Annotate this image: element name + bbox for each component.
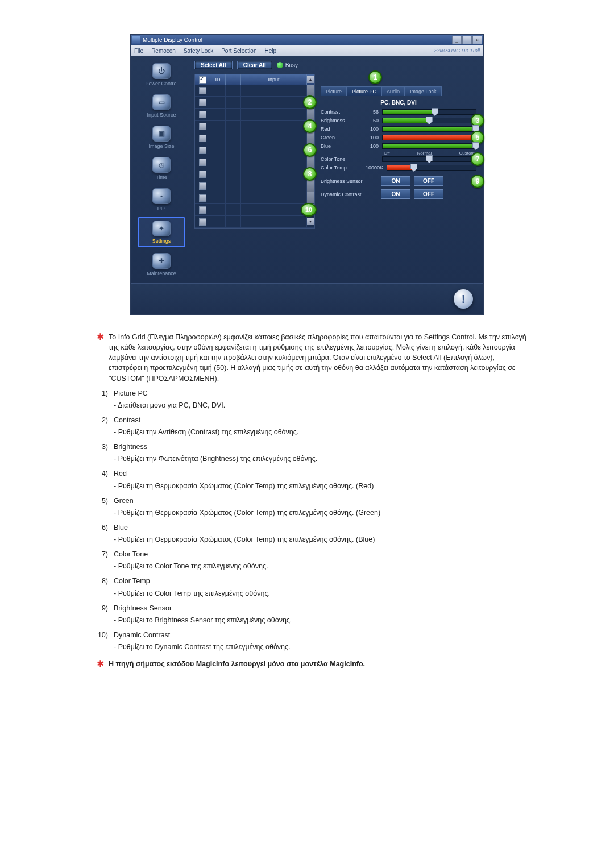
row-checkbox[interactable] — [199, 159, 206, 166]
grid-body: 2 4 6 8 — [195, 85, 314, 228]
slider-value: 56 — [362, 109, 379, 115]
tab-image-lock[interactable]: Image Lock — [405, 86, 442, 96]
row-checkbox[interactable] — [199, 147, 206, 154]
slider-green[interactable]: Green 100 5 — [321, 135, 476, 140]
menu-remocon[interactable]: Remocon — [151, 48, 176, 54]
grid-row[interactable]: 8 — [195, 168, 314, 180]
row-checkbox[interactable] — [199, 123, 206, 130]
menu-file[interactable]: File — [134, 48, 143, 54]
slider-color-temp[interactable]: Color Temp 10000K — [321, 165, 476, 171]
grid-row[interactable]: 2 — [195, 97, 314, 109]
maximize-button[interactable]: □ — [462, 36, 472, 44]
scroll-down-button[interactable]: ▾ — [307, 218, 314, 225]
sidebar: ⏻ Power Control ▭ Input Source ▣ Image S… — [131, 56, 192, 283]
document-body: ✱ Το Info Grid (Πλέγμα Πληροφοριών) εμφα… — [51, 332, 563, 669]
sidebar-item-input-source[interactable]: ▭ Input Source — [139, 92, 184, 120]
menu-port-selection[interactable]: Port Selection — [221, 48, 256, 54]
close-button[interactable]: × — [472, 36, 482, 44]
busy-dot-icon — [277, 62, 283, 68]
sidebar-item-settings[interactable]: ✦ Settings — [138, 217, 185, 247]
slider-track[interactable] — [382, 118, 476, 123]
star-icon: ✱ — [97, 333, 104, 384]
grid-row[interactable] — [195, 109, 314, 121]
dynamic-contrast-on-button[interactable]: ON — [381, 189, 410, 199]
settings-icon: ✦ — [152, 221, 171, 236]
list-desc: - Ρυθμίζει τη Θερμοκρασία Χρώματος (Colo… — [114, 508, 529, 518]
busy-indicator: Busy — [277, 62, 298, 68]
row-checkbox[interactable] — [199, 171, 206, 178]
sidebar-item-power-control[interactable]: ⏻ Power Control — [139, 61, 184, 89]
list-title: Brightness Sensor — [114, 603, 172, 613]
list-desc: - Ρυθμίζει τη Θερμοκρασία Χρώματος (Colo… — [114, 481, 529, 491]
maintenance-icon: ✚ — [152, 253, 171, 269]
row-checkbox[interactable] — [199, 206, 206, 214]
brand-label: SAMSUNG DIGITall — [434, 48, 480, 53]
slider-track[interactable] — [382, 109, 476, 115]
slider-blue[interactable]: Blue 100 — [321, 143, 476, 149]
star-icon: ✱ — [97, 659, 104, 669]
tab-picture-pc[interactable]: Picture PC — [347, 86, 381, 96]
list-desc: - Ρυθμίζει την Αντίθεση (Contrast) της ε… — [114, 427, 529, 437]
list-desc: - Ρυθμίζει τη Θερμοκρασία Χρώματος (Colo… — [114, 534, 529, 545]
slider-track[interactable] — [382, 143, 476, 149]
slider-value: 10000K — [362, 165, 383, 171]
slider-label: Color Temp — [321, 165, 358, 171]
slider-value: 100 — [362, 135, 379, 140]
menu-safety-lock[interactable]: Safety Lock — [184, 48, 213, 54]
intro-text: Το Info Grid (Πλέγμα Πληροφοριών) εμφανί… — [109, 332, 529, 384]
callout-badge-7: 7 — [471, 152, 484, 166]
time-icon: ◷ — [152, 157, 171, 173]
row-checkbox[interactable] — [199, 87, 206, 94]
row-checkbox[interactable] — [199, 218, 206, 226]
grid-row[interactable]: 6 — [195, 144, 314, 156]
grid-row[interactable] — [195, 132, 314, 144]
list-desc: - Ρυθμίζει το Color Tone της επιλεγμένης… — [114, 561, 529, 571]
slider-track[interactable]: Off Normal Custom — [382, 156, 476, 162]
info-icon[interactable]: ! — [454, 289, 473, 309]
sidebar-item-image-size[interactable]: ▣ Image Size — [139, 123, 184, 151]
row-checkbox[interactable] — [199, 111, 206, 118]
callout-badge-8: 8 — [303, 167, 317, 181]
row-checkbox[interactable] — [199, 99, 206, 106]
callout-badge-6: 6 — [303, 143, 317, 157]
select-all-button[interactable]: Select All — [194, 61, 233, 69]
grid-row[interactable] — [195, 156, 314, 168]
grid-row[interactable]: 4 — [195, 121, 314, 132]
callout-badge-1: 1 — [368, 70, 382, 84]
menubar: File Remocon Safety Lock Port Selection … — [131, 45, 483, 56]
slider-red[interactable]: Red 100 — [321, 126, 476, 132]
slider-track[interactable] — [382, 126, 476, 132]
slider-track[interactable] — [382, 135, 476, 140]
slider-contrast[interactable]: Contrast 56 — [321, 109, 476, 115]
scroll-up-button[interactable]: ▴ — [307, 76, 314, 83]
row-label: Brightness Sensor — [321, 178, 377, 184]
brightness-sensor-off-button[interactable]: OFF — [414, 176, 443, 186]
tab-picture[interactable]: Picture — [321, 86, 347, 96]
pip-icon: ▪ — [152, 188, 171, 204]
list-title: Color Temp — [114, 576, 150, 586]
clear-all-button[interactable]: Clear All — [237, 61, 272, 69]
grid-checkbox-all[interactable] — [199, 76, 206, 84]
app-window: Multiple Display Control _ □ × File Remo… — [130, 34, 484, 315]
row-checkbox[interactable] — [199, 182, 206, 190]
grid-row[interactable]: 10 — [195, 204, 314, 216]
grid-row[interactable] — [195, 192, 314, 204]
dynamic-contrast-off-button[interactable]: OFF — [414, 189, 443, 199]
sidebar-item-time[interactable]: ◷ Time — [139, 155, 184, 182]
grid-row[interactable] — [195, 85, 314, 97]
sidebar-item-pip[interactable]: ▪ PIP — [139, 186, 184, 214]
slider-value: 100 — [362, 126, 379, 132]
list-title: Green — [114, 496, 134, 506]
sidebar-item-maintenance[interactable]: ✚ Maintenance — [139, 251, 184, 279]
grid-row[interactable]: ▾ — [195, 216, 314, 228]
row-checkbox[interactable] — [199, 135, 206, 142]
slider-track[interactable] — [387, 165, 476, 171]
minimize-button[interactable]: _ — [452, 36, 462, 44]
row-checkbox[interactable] — [199, 194, 206, 202]
slider-color-tone[interactable]: Color Tone Off Normal Custom — [321, 156, 476, 162]
grid-row[interactable] — [195, 180, 314, 192]
slider-brightness[interactable]: Brightness 50 3 — [321, 118, 476, 123]
tab-audio[interactable]: Audio — [381, 86, 405, 96]
brightness-sensor-on-button[interactable]: ON — [381, 176, 410, 186]
menu-help[interactable]: Help — [264, 48, 276, 54]
